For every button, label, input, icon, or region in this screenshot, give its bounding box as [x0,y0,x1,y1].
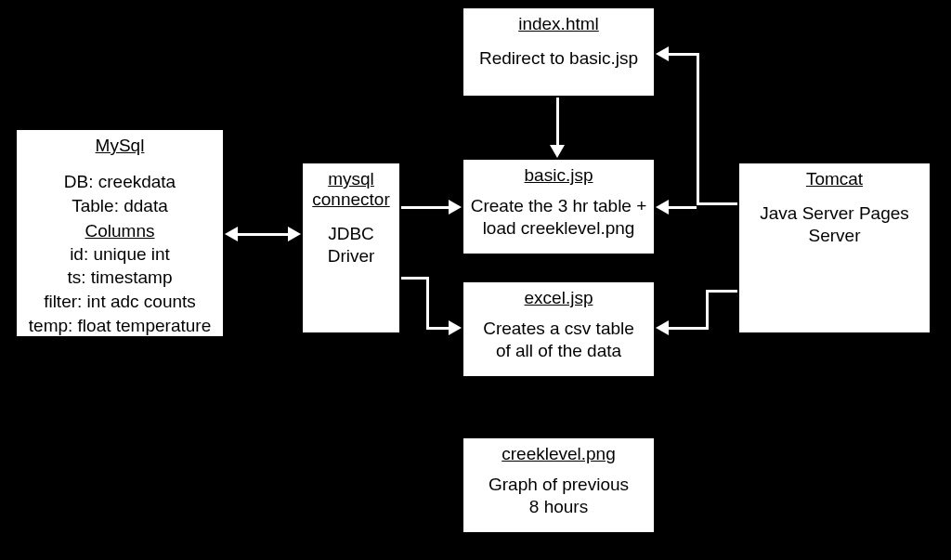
arrow-index-basic [556,98,559,145]
mysql-db: DB: creekdata [64,171,176,193]
connector-title1: mysql [328,169,374,189]
index-body: Redirect to basic.jsp [479,47,638,70]
arrow-mysql-connector [238,233,288,236]
arrow-tomcat-index-h-bot [697,202,737,205]
basic-box: basic.jsp Create the 3 hr table + load c… [462,158,656,255]
mysql-col-temp: temp: float temperature [29,315,211,337]
arrowhead-mysql-connector-l [225,227,238,241]
arrowhead-mysql-connector-r [288,227,301,241]
mysql-box: MySql DB: creekdata Table: ddata Columns… [15,128,225,338]
mysql-col-ts: ts: timestamp [68,267,173,289]
index-box: index.html Redirect to basic.jsp [462,7,656,98]
mysql-col-id: id: unique int [70,243,170,266]
tomcat-body: Java Server Pages Server [760,202,909,247]
creeklevel-box: creeklevel.png Graph of previous 8 hours [462,436,656,534]
creeklevel-title: creeklevel.png [502,444,616,464]
arrow-connector-excel-h2 [426,327,449,330]
tomcat-box: Tomcat Java Server Pages Server [737,162,931,334]
connector-box: mysql connector JDBC Driver [301,162,401,334]
arrow-tomcat-index-v [697,53,699,205]
creeklevel-body: Graph of previous 8 hours [489,474,629,518]
arrow-connector-excel-v [426,277,429,330]
arrowhead-tomcat-index [656,46,669,61]
arrowhead-connector-excel [449,320,462,335]
arrow-tomcat-excel-h-bot [669,327,709,330]
tomcat-title: Tomcat [806,169,863,189]
arrow-connector-excel-h1 [401,277,429,280]
arrow-tomcat-excel-v [706,290,709,330]
mysql-title: MySql [96,136,145,156]
mysql-table: Table: ddata [72,195,168,217]
basic-title: basic.jsp [525,165,593,186]
mysql-col-filter: filter: int adc counts [44,291,196,313]
connector-title2: connector [312,189,389,210]
index-title: index.html [518,14,599,34]
arrowhead-index-basic [550,145,565,158]
arrow-tomcat-index-h-top [669,53,699,56]
arrow-tomcat-excel-h-top [706,290,737,293]
arrow-tomcat-basic [669,206,697,209]
arrowhead-connector-basic [449,200,462,215]
arrow-connector-basic [401,206,449,209]
arrowhead-tomcat-basic [656,200,669,215]
excel-title: excel.jsp [525,288,593,308]
excel-box: excel.jsp Creates a csv table of all of … [462,280,656,378]
arrowhead-tomcat-excel [656,320,669,335]
connector-body: JDBC Driver [328,223,375,267]
basic-body: Create the 3 hr table + load creeklevel.… [471,195,647,240]
mysql-columns-label: Columns [85,221,155,241]
excel-body: Creates a csv table of all of the data [483,318,634,362]
